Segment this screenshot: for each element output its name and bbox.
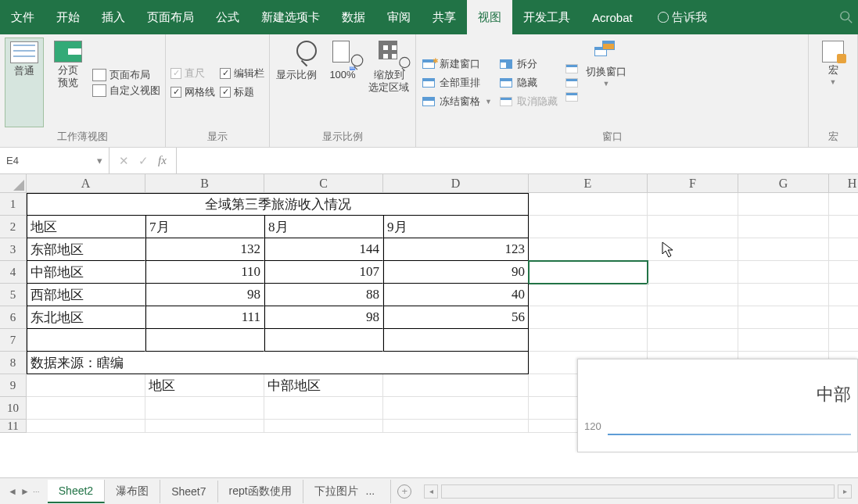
worksheet[interactable]: ABCDEFGH 1234567891011 全域第三季旅游收入情况地区7月8月… [0, 174, 858, 477]
name-box[interactable]: E4▾ [0, 148, 109, 173]
zoom-100-button[interactable]: 100100% [323, 38, 362, 127]
cell[interactable] [383, 397, 529, 420]
add-sheet-button[interactable]: + [397, 484, 411, 499]
menu-file[interactable]: 文件 [0, 0, 45, 34]
column-headers[interactable]: ABCDEFGH [27, 174, 858, 193]
cell[interactable] [829, 284, 858, 306]
pagebreak-view-button[interactable]: 分页 预览 [48, 38, 88, 127]
menu-view[interactable]: 视图 [467, 0, 512, 34]
cell[interactable] [383, 329, 529, 352]
cell[interactable] [145, 420, 264, 433]
search-icon[interactable] [835, 0, 858, 34]
macros-button[interactable]: 宏▼ [813, 38, 853, 127]
cell[interactable] [829, 306, 858, 329]
cell[interactable]: 地区 [145, 374, 264, 397]
cell[interactable] [738, 261, 829, 284]
menu-share[interactable]: 共享 [422, 0, 467, 34]
cell[interactable] [738, 329, 829, 352]
tab-sheet7[interactable]: Sheet7 [160, 481, 217, 502]
cell[interactable]: 西部地区 [27, 284, 145, 306]
row-header-6[interactable]: 6 [0, 306, 27, 329]
tell-me[interactable]: 告诉我 [647, 0, 718, 34]
cell[interactable] [529, 193, 648, 216]
tab-waterfall[interactable]: 瀑布图 [105, 480, 160, 503]
cell[interactable]: 9月 [383, 216, 529, 238]
switch-windows-button[interactable]: 切换窗口▼ [584, 38, 628, 127]
menu-review[interactable]: 审阅 [376, 0, 422, 34]
menu-layout[interactable]: 页面布局 [136, 0, 205, 34]
cell[interactable] [529, 261, 648, 284]
row-header-5[interactable]: 5 [0, 284, 27, 306]
menu-formula[interactable]: 公式 [205, 0, 250, 34]
chart-overlay[interactable]: 中部 120 [577, 359, 858, 452]
cell[interactable]: 98 [145, 284, 264, 306]
menu-newtab[interactable]: 新建选项卡 [250, 0, 331, 34]
freeze-panes-button[interactable]: 冻结窗格▼ [421, 93, 494, 110]
cell[interactable] [738, 238, 829, 261]
fx-icon[interactable]: fx [158, 154, 167, 167]
new-window-button[interactable]: 新建窗口 [421, 55, 494, 73]
cell[interactable] [648, 238, 738, 261]
chevron-down-icon[interactable]: ▾ [97, 155, 102, 166]
col-header-A[interactable]: A [27, 174, 145, 193]
cell[interactable] [145, 329, 264, 352]
row-header-3[interactable]: 3 [0, 238, 27, 261]
cell[interactable] [829, 261, 858, 284]
col-header-H[interactable]: H [829, 174, 858, 193]
cell[interactable] [27, 329, 145, 352]
row-header-1[interactable]: 1 [0, 193, 27, 216]
cell[interactable] [529, 284, 648, 306]
scroll-track[interactable] [441, 484, 835, 499]
cell[interactable] [829, 216, 858, 238]
menu-data[interactable]: 数据 [331, 0, 376, 34]
col-header-B[interactable]: B [145, 174, 264, 193]
cell[interactable] [264, 397, 383, 420]
row-headers[interactable]: 1234567891011 [0, 193, 27, 433]
cell[interactable] [738, 193, 829, 216]
cell[interactable] [529, 329, 648, 352]
menu-dev[interactable]: 开发工具 [512, 0, 581, 34]
normal-view-button[interactable]: 普通 [5, 38, 44, 127]
row-header-7[interactable]: 7 [0, 329, 27, 352]
gridlines-checkbox[interactable]: 网格线 [171, 83, 215, 102]
cell[interactable]: 90 [383, 261, 529, 284]
cell[interactable] [738, 284, 829, 306]
cell[interactable] [648, 193, 738, 216]
cell[interactable] [648, 261, 738, 284]
formula-input[interactable] [177, 148, 858, 173]
cell[interactable] [829, 238, 858, 261]
hide-button[interactable]: 隐藏 [498, 74, 559, 91]
cell[interactable] [648, 284, 738, 306]
cell[interactable] [264, 329, 383, 352]
tab-nav[interactable]: ◄►… [0, 486, 48, 497]
cell[interactable] [145, 397, 264, 420]
tab-dropdown-img[interactable]: 下拉图片 ... [303, 480, 392, 503]
cell[interactable]: 111 [145, 306, 264, 329]
cell[interactable] [829, 193, 858, 216]
cell[interactable]: 98 [264, 306, 383, 329]
tab-rept[interactable]: rept函数使用 [218, 480, 303, 503]
cell[interactable]: 88 [264, 284, 383, 306]
cell[interactable] [738, 306, 829, 329]
cell[interactable] [383, 420, 529, 433]
row-header-9[interactable]: 9 [0, 374, 27, 397]
menu-insert[interactable]: 插入 [91, 0, 136, 34]
menu-acrobat[interactable]: Acrobat [581, 0, 644, 34]
row-header-10[interactable]: 10 [0, 397, 27, 420]
col-header-D[interactable]: D [383, 174, 529, 193]
row-header-8[interactable]: 8 [0, 352, 27, 374]
cell[interactable] [27, 374, 145, 397]
custom-views-button[interactable]: 自定义视图 [92, 84, 160, 98]
cell[interactable] [738, 216, 829, 238]
cell[interactable]: 7月 [145, 216, 264, 238]
cell[interactable] [27, 397, 145, 420]
cell[interactable]: 144 [264, 238, 383, 261]
pagelayout-button[interactable]: 页面布局 [92, 68, 160, 82]
row-header-11[interactable]: 11 [0, 420, 27, 433]
cell[interactable] [383, 374, 529, 397]
zoom-selection-button[interactable]: 缩放到 选定区域 [367, 38, 411, 127]
cell[interactable]: 东部地区 [27, 238, 145, 261]
cell[interactable]: 132 [145, 238, 264, 261]
cell[interactable]: 东北地区 [27, 306, 145, 329]
scroll-right-button[interactable]: ▸ [838, 484, 852, 499]
